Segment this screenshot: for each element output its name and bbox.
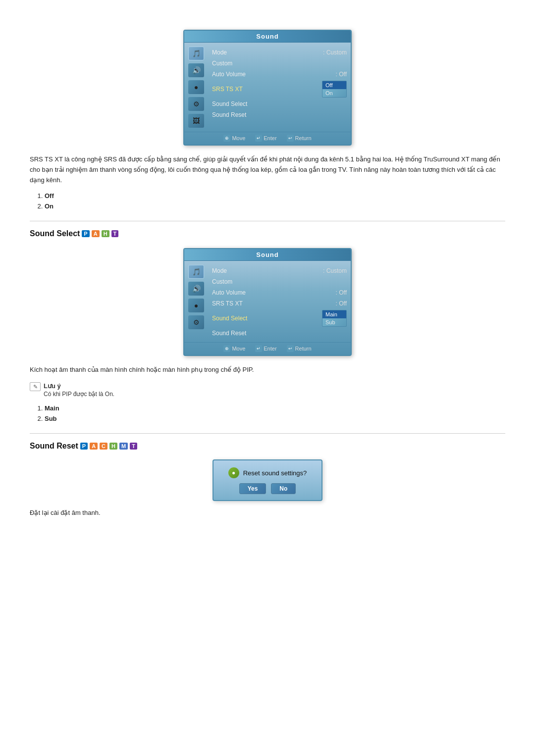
soundreset-description: Đặt lại cài đặt âm thanh. <box>30 508 505 518</box>
dropdown-soundselect[interactable]: Main Sub <box>322 310 347 327</box>
menu-title-soundselect: Sound <box>184 249 351 261</box>
reset-buttons: Yes No <box>239 483 296 494</box>
footer-return-srs: ↩ Return <box>287 135 312 142</box>
icon-speaker-ss: 🔊 <box>188 282 204 296</box>
menu-items-srs: Mode : Custom Custom Auto Volume : Off S… <box>210 47 349 128</box>
value-autovolume: : Off <box>336 71 347 78</box>
label-custom: Custom <box>212 60 232 67</box>
dropdown-item-on[interactable]: On <box>322 89 346 97</box>
reset-icon: ● <box>228 467 239 478</box>
ss-item1-text: Main <box>45 404 59 412</box>
heading-text-soundselect: Sound Select <box>30 229 80 238</box>
badge-t-soundselect: T <box>111 230 119 237</box>
ss-label-srstsxt: SRS TS XT <box>212 300 243 307</box>
icon-music-ss: 🎵 <box>188 265 204 279</box>
tv-menu-soundselect: Sound 🎵 🔊 ● ⚙ Mode : Custom Custom <box>30 248 505 356</box>
note-box: ✎ Lưu ý Có khi PIP được bật là On. <box>30 382 505 398</box>
footer-move-label: Move <box>232 135 245 141</box>
ss-footer-return-label: Return <box>295 346 312 352</box>
icon-music: 🎵 <box>188 47 204 60</box>
srs-item1-text: Off <box>45 192 54 200</box>
dropdown-item-sub[interactable]: Sub <box>322 318 346 326</box>
note-text: Có khi PIP được bật là On. <box>44 391 114 398</box>
srs-list-item-2: On <box>45 202 505 210</box>
divider-2 <box>30 433 505 434</box>
note-title: Lưu ý <box>44 382 114 390</box>
menu-body-soundselect: 🎵 🔊 ● ⚙ Mode : Custom Custom Auto Volume <box>184 261 351 340</box>
srs-item2-text: On <box>45 202 54 210</box>
badge-h-soundreset: H <box>109 443 117 450</box>
menu-body-srs: 🎵 🔊 ● ⚙ 🖼 Mode : Custom Custom Auto <box>184 43 351 130</box>
ss-label-mode: Mode <box>212 267 227 274</box>
ss-label-autovolume: Auto Volume <box>212 289 246 296</box>
dropdown-srs[interactable]: Off On <box>322 81 347 98</box>
icon-circle-ss: ● <box>188 299 204 312</box>
soundselect-list: Main Sub <box>45 404 505 422</box>
ss-footer-move-label: Move <box>232 346 245 352</box>
sound-menu-srs: Sound 🎵 🔊 ● ⚙ 🖼 Mode : Custom Custom <box>183 30 352 146</box>
menu-row-srstsxt: SRS TS XT Off On <box>210 80 349 98</box>
heading-sound-select: Sound Select P A H T <box>30 229 505 238</box>
srs-list-item-1: Off <box>45 192 505 200</box>
ss-enter-icon: ↵ <box>255 345 262 352</box>
icon-gear: ⚙ <box>188 97 204 111</box>
menu-footer-soundselect: ⊕ Move ↵ Enter ↩ Return <box>184 342 351 355</box>
reset-yes-button[interactable]: Yes <box>239 483 267 494</box>
reset-no-button[interactable]: No <box>271 483 296 494</box>
dropdown-item-main[interactable]: Main <box>322 310 346 318</box>
soundselect-list-item-1: Main <box>45 404 505 412</box>
move-icon: ⊕ <box>223 135 230 142</box>
ss-row-srstsxt: SRS TS XT : Off <box>210 299 349 308</box>
menu-row-mode: Mode : Custom <box>210 48 349 57</box>
reset-dialog-top: ● Reset sound settings? <box>228 467 307 478</box>
badge-a-soundselect: A <box>92 230 100 237</box>
reset-question: Reset sound settings? <box>243 469 307 477</box>
label-srstsxt: SRS TS XT <box>212 86 243 93</box>
ss-value-mode: : Custom <box>323 267 347 274</box>
badge-h-soundselect: H <box>102 230 109 237</box>
footer-return-ss: ↩ Return <box>287 345 312 352</box>
dropdown-item-off[interactable]: Off <box>322 81 346 89</box>
footer-enter-ss: ↵ Enter <box>255 345 276 352</box>
menu-footer-srs: ⊕ Move ↵ Enter ↩ Return <box>184 132 351 145</box>
icon-image: 🖼 <box>188 114 204 128</box>
menu-row-soundselect: Sound Select <box>210 99 349 109</box>
ss-row-soundreset: Sound Reset <box>210 328 349 338</box>
ss-label-soundselect: Sound Select <box>212 315 247 322</box>
badge-t-soundreset: T <box>130 443 137 450</box>
badge-c-soundreset: C <box>100 443 107 450</box>
srs-description: SRS TS XT là công nghệ SRS đã được cấp b… <box>30 154 505 185</box>
menu-icons-soundselect: 🎵 🔊 ● ⚙ <box>186 265 206 338</box>
return-icon: ↩ <box>287 135 294 142</box>
ss-move-icon: ⊕ <box>223 345 230 352</box>
menu-title-srs: Sound <box>184 31 351 43</box>
menu-icons-srs: 🎵 🔊 ● ⚙ 🖼 <box>186 47 206 128</box>
footer-move-srs: ⊕ Move <box>223 135 245 142</box>
menu-items-soundselect: Mode : Custom Custom Auto Volume : Off S… <box>210 265 349 338</box>
note-content: Lưu ý Có khi PIP được bật là On. <box>44 382 114 398</box>
ss-row-custom: Custom <box>210 277 349 287</box>
icon-speaker: 🔊 <box>188 63 204 77</box>
menu-row-custom: Custom <box>210 58 349 68</box>
section-srs: Sound 🎵 🔊 ● ⚙ 🖼 Mode : Custom Custom <box>30 30 505 210</box>
label-soundreset: Sound Reset <box>212 111 246 118</box>
ss-row-soundselect: Sound Select Main Sub <box>210 309 349 327</box>
ss-value-srstsxt: : Off <box>336 300 347 307</box>
section-sound-reset: Sound Reset P A C H M T ● Reset sound se… <box>30 442 505 518</box>
footer-enter-srs: ↵ Enter <box>255 135 276 142</box>
heading-sound-reset: Sound Reset P A C H M T <box>30 442 505 451</box>
ss-item2-text: Sub <box>45 415 57 422</box>
label-autovolume: Auto Volume <box>212 71 246 78</box>
note-icon: ✎ <box>30 382 41 391</box>
label-soundselect: Sound Select <box>212 101 247 107</box>
badge-p-soundreset: P <box>80 443 88 450</box>
soundselect-list-item-2: Sub <box>45 415 505 422</box>
ss-row-autovolume: Auto Volume : Off <box>210 288 349 298</box>
value-mode: : Custom <box>323 49 347 56</box>
soundselect-description: Kích hoạt âm thanh của màn hình chính ho… <box>30 365 505 375</box>
badge-m-soundreset: M <box>119 443 128 450</box>
icon-gear-ss: ⚙ <box>188 315 204 329</box>
footer-return-label: Return <box>295 135 312 141</box>
reset-dialog: ● Reset sound settings? Yes No <box>213 459 323 501</box>
icon-circle: ● <box>188 80 204 94</box>
